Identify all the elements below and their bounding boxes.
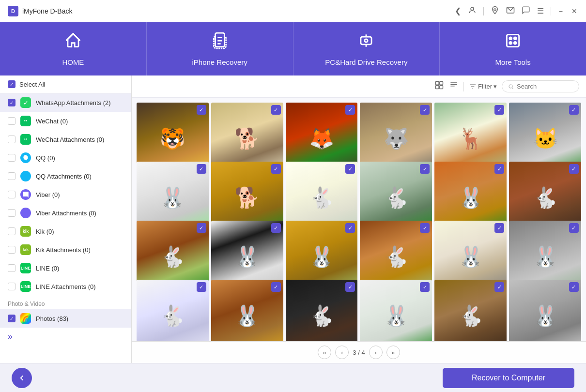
back-button[interactable]: [12, 368, 32, 388]
photo-checkbox[interactable]: ✓: [494, 282, 504, 292]
photo-checkbox[interactable]: ✓: [494, 223, 504, 233]
pagination: « ‹ 3 / 4 › »: [132, 341, 586, 363]
sidebar-item-line-att[interactable]: LINE LINE Attachments (0): [0, 277, 131, 296]
sidebar-item-kik[interactable]: kik Kik (0): [0, 222, 131, 241]
minimize-button[interactable]: −: [558, 6, 564, 16]
viber-att-checkbox[interactable]: [8, 209, 15, 217]
search-icon: [508, 83, 514, 90]
photo-cell[interactable]: 🐰✓: [509, 280, 581, 341]
photo-checkbox[interactable]: ✓: [569, 223, 579, 233]
grid-view-button[interactable]: [434, 80, 444, 92]
photo-checkbox[interactable]: ✓: [345, 164, 355, 174]
svg-point-14: [26, 138, 27, 139]
wechat-att-icon: [20, 134, 31, 145]
sidebar-item-whatsapp[interactable]: ✓ WhatsApp Attachments (2): [0, 93, 131, 112]
file-view-button[interactable]: [449, 80, 459, 92]
photo-checkbox[interactable]: ✓: [420, 105, 430, 115]
whatsapp-checkbox[interactable]: [8, 99, 15, 106]
sidebar-item-photos[interactable]: 🌈 Photos (83): [0, 309, 131, 328]
close-button[interactable]: ✕: [571, 6, 578, 16]
viber-checkbox[interactable]: [8, 191, 15, 198]
first-page-button[interactable]: «: [318, 346, 331, 359]
photo-cell[interactable]: 🐇✓: [137, 280, 209, 341]
photo-checkbox[interactable]: ✓: [345, 282, 355, 292]
nav-iphone-recovery[interactable]: iPhone Recovery: [147, 22, 293, 75]
sidebar-item-line[interactable]: LINE LINE (0): [0, 259, 131, 277]
last-page-button[interactable]: »: [386, 346, 400, 359]
chat-icon[interactable]: [522, 6, 530, 16]
qq-checkbox[interactable]: [8, 154, 15, 162]
wechat-att-checkbox[interactable]: [8, 136, 15, 143]
photo-cell[interactable]: 🐇✓: [286, 280, 358, 341]
sidebar-item-wechat[interactable]: WeChat (0): [0, 112, 131, 130]
photo-checkbox[interactable]: ✓: [494, 105, 504, 115]
next-page-button[interactable]: ›: [369, 346, 383, 359]
wechat-checkbox[interactable]: [8, 117, 15, 125]
sidebar-item-qq-att[interactable]: QQ Attachments (0): [0, 167, 131, 185]
photo-checkbox[interactable]: ✓: [271, 105, 281, 115]
photo-cell[interactable]: 🐰✓: [360, 280, 432, 341]
whatsapp-label: WhatsApp Attachments (2): [36, 99, 111, 106]
photo-checkbox[interactable]: ✓: [345, 105, 355, 115]
photo-cell[interactable]: 🐇✓: [434, 280, 507, 341]
svg-rect-18: [440, 86, 443, 89]
photo-checkbox[interactable]: ✓: [345, 223, 355, 233]
prev-page-button[interactable]: ‹: [335, 346, 349, 359]
qq-att-checkbox[interactable]: [8, 172, 15, 180]
photo-checkbox[interactable]: ✓: [197, 164, 206, 174]
app-logo: D: [8, 6, 18, 16]
photo-checkbox[interactable]: ✓: [197, 282, 206, 292]
share-icon[interactable]: ❮: [455, 6, 461, 15]
photo-checkbox[interactable]: ✓: [569, 282, 579, 292]
photo-cell[interactable]: 🐰✓: [211, 280, 283, 341]
kik-checkbox[interactable]: [8, 227, 15, 235]
nav-pc-hard-drive[interactable]: PC&Hard Drive Recovery: [293, 22, 440, 75]
person-icon[interactable]: [468, 6, 477, 16]
select-all-checkbox[interactable]: [8, 80, 15, 88]
select-all-row[interactable]: Select All: [0, 75, 131, 93]
qq-att-label: QQ Attachments (0): [36, 173, 92, 180]
sidebar-item-viber-att[interactable]: Viber Attachments (0): [0, 204, 131, 222]
photo-grid: 🐯✓🐕✓🦊✓🐺✓🦌✓🐱✓🐰✓🐕✓🐇✓🐇✓🐰✓🐇✓🐇✓🐰✓🐰✓🐇✓🐰✓🐰✓🐇✓🐰✓…: [132, 98, 586, 341]
photo-checkbox[interactable]: ✓: [271, 164, 281, 174]
sidebar-item-viber[interactable]: Viber (0): [0, 185, 131, 204]
toolbar-separator: [463, 82, 464, 91]
menu-icon[interactable]: ☰: [537, 6, 544, 15]
title-bar: D iMyFone D-Back ❮ ☰ − ✕: [0, 0, 586, 22]
kik-att-checkbox[interactable]: [8, 246, 15, 254]
sidebar-item-kik-att[interactable]: kik Kik Attachments (0): [0, 241, 131, 259]
nav-home-label: HOME: [62, 58, 84, 66]
location-icon[interactable]: [491, 6, 499, 16]
photo-checkbox[interactable]: ✓: [420, 164, 430, 174]
nav-home[interactable]: HOME: [0, 22, 147, 75]
viber-icon: [20, 189, 31, 200]
photos-checkbox[interactable]: [8, 315, 15, 322]
sidebar-item-wechat-att[interactable]: WeChat Attachments (0): [0, 130, 131, 149]
line-checkbox[interactable]: [8, 264, 15, 272]
photo-checkbox[interactable]: ✓: [271, 223, 281, 233]
photo-checkbox[interactable]: ✓: [197, 105, 206, 115]
recover-button[interactable]: Recover to Computer: [443, 368, 574, 388]
sidebar-item-qq[interactable]: QQ (0): [0, 149, 131, 167]
photo-checkbox[interactable]: ✓: [420, 223, 430, 233]
sidebar-item-more[interactable]: »: [0, 328, 131, 346]
more-label: »: [8, 332, 13, 342]
nav-more-tools-label: More Tools: [495, 58, 531, 66]
photo-checkbox[interactable]: ✓: [197, 223, 206, 233]
search-input[interactable]: [517, 83, 573, 90]
svg-rect-15: [436, 82, 439, 85]
svg-rect-16: [440, 82, 443, 85]
nav-more-tools[interactable]: More Tools: [440, 22, 586, 75]
nav-iphone-label: iPhone Recovery: [192, 58, 247, 66]
qq-label: QQ (0): [36, 154, 55, 162]
mail-icon[interactable]: [506, 6, 515, 16]
line-att-checkbox[interactable]: [8, 283, 15, 290]
photo-checkbox[interactable]: ✓: [569, 164, 579, 174]
photo-checkbox[interactable]: ✓: [271, 282, 281, 292]
photo-checkbox[interactable]: ✓: [569, 105, 579, 115]
photo-checkbox[interactable]: ✓: [420, 282, 430, 292]
kik-label: Kik (0): [36, 228, 54, 235]
photo-checkbox[interactable]: ✓: [494, 164, 504, 174]
wechat-att-label: WeChat Attachments (0): [36, 136, 104, 143]
filter-button[interactable]: Filter ▾: [469, 83, 497, 90]
